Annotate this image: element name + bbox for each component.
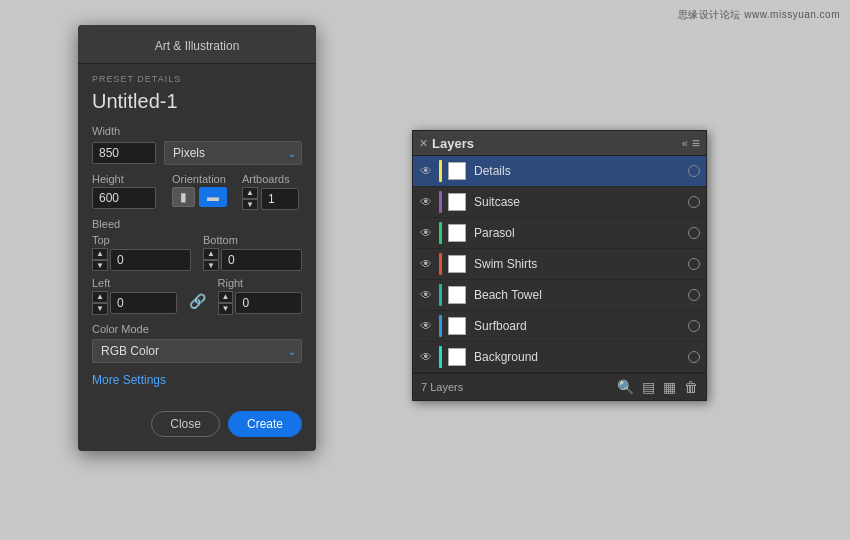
preset-details-label: PRESET DETAILS bbox=[92, 74, 302, 84]
color-mode-label: Color Mode bbox=[92, 323, 302, 335]
right-up[interactable]: ▲ bbox=[218, 291, 234, 303]
right-stepper[interactable]: ▲ ▼ bbox=[218, 291, 234, 314]
layer-target-indicator[interactable] bbox=[688, 320, 700, 332]
layer-name: Details bbox=[474, 164, 682, 178]
layer-name: Suitcase bbox=[474, 195, 682, 209]
right-input[interactable] bbox=[235, 292, 302, 314]
layer-visibility-icon[interactable]: 👁 bbox=[419, 226, 433, 240]
right-down[interactable]: ▼ bbox=[218, 303, 234, 315]
layers-panel: ✕ Layers « ≡ 👁 Details 👁 Suitcase 👁 Para… bbox=[412, 130, 707, 401]
layer-target-indicator[interactable] bbox=[688, 258, 700, 270]
dialog-header-title: Art & Illustration bbox=[155, 39, 240, 53]
layer-visibility-icon[interactable]: 👁 bbox=[419, 195, 433, 209]
search-layers-icon[interactable]: 🔍 bbox=[617, 379, 634, 395]
layer-row[interactable]: 👁 Parasol bbox=[413, 218, 706, 249]
link-bleed-icon[interactable]: 🔗 bbox=[189, 293, 206, 309]
document-name: Untitled-1 bbox=[92, 90, 302, 113]
layers-footer: 7 Layers 🔍 ▤ ▦ 🗑 bbox=[413, 373, 706, 400]
layers-menu-icon[interactable]: ≡ bbox=[692, 135, 700, 151]
layers-list: 👁 Details 👁 Suitcase 👁 Parasol 👁 Swim Sh… bbox=[413, 156, 706, 373]
artboards-stepper[interactable]: ▲ ▼ bbox=[242, 187, 258, 210]
layer-color-bar bbox=[439, 284, 442, 306]
top-stepper[interactable]: ▲ ▼ bbox=[92, 248, 108, 271]
width-input[interactable] bbox=[92, 142, 156, 164]
layer-thumbnail bbox=[448, 348, 466, 366]
color-mode-select[interactable]: RGB Color CMYK Color bbox=[92, 339, 302, 363]
dialog-footer: Close Create bbox=[78, 401, 316, 451]
move-layer-icon[interactable]: ▦ bbox=[663, 379, 676, 395]
layer-color-bar bbox=[439, 346, 442, 368]
orientation-label: Orientation bbox=[172, 173, 232, 185]
layer-row[interactable]: 👁 Beach Towel bbox=[413, 280, 706, 311]
layers-footer-icons: 🔍 ▤ ▦ 🗑 bbox=[617, 379, 698, 395]
top-input[interactable] bbox=[110, 249, 191, 271]
top-down[interactable]: ▼ bbox=[92, 260, 108, 272]
bottom-up[interactable]: ▲ bbox=[203, 248, 219, 260]
height-label: Height bbox=[92, 173, 162, 185]
portrait-button[interactable]: ▮ bbox=[172, 187, 195, 207]
delete-layer-icon[interactable]: 🗑 bbox=[684, 379, 698, 395]
artboards-up[interactable]: ▲ bbox=[242, 187, 258, 199]
layer-visibility-icon[interactable]: 👁 bbox=[419, 319, 433, 333]
layers-titlebar: ✕ Layers « ≡ bbox=[413, 131, 706, 156]
layer-color-bar bbox=[439, 222, 442, 244]
artboards-input[interactable] bbox=[261, 188, 299, 210]
layer-thumbnail bbox=[448, 162, 466, 180]
layer-row[interactable]: 👁 Details bbox=[413, 156, 706, 187]
left-up[interactable]: ▲ bbox=[92, 291, 108, 303]
layer-visibility-icon[interactable]: 👁 bbox=[419, 164, 433, 178]
layer-thumbnail bbox=[448, 255, 466, 273]
layer-row[interactable]: 👁 Background bbox=[413, 342, 706, 373]
bottom-input[interactable] bbox=[221, 249, 302, 271]
layer-thumbnail bbox=[448, 193, 466, 211]
layer-name: Surfboard bbox=[474, 319, 682, 333]
landscape-button[interactable]: ▬ bbox=[199, 187, 227, 207]
bottom-down[interactable]: ▼ bbox=[203, 260, 219, 272]
create-button[interactable]: Create bbox=[228, 411, 302, 437]
layer-row[interactable]: 👁 Swim Shirts bbox=[413, 249, 706, 280]
top-up[interactable]: ▲ bbox=[92, 248, 108, 260]
bleed-label: Bleed bbox=[92, 218, 302, 230]
layer-color-bar bbox=[439, 253, 442, 275]
close-button[interactable]: Close bbox=[151, 411, 220, 437]
layer-name: Beach Towel bbox=[474, 288, 682, 302]
layer-target-indicator[interactable] bbox=[688, 351, 700, 363]
dialog-body: PRESET DETAILS Untitled-1 Width Pixels I… bbox=[78, 64, 316, 401]
bottom-label: Bottom bbox=[203, 234, 302, 246]
layer-color-bar bbox=[439, 315, 442, 337]
artboards-label: Artboards bbox=[242, 173, 302, 185]
layer-name: Swim Shirts bbox=[474, 257, 682, 271]
layer-row[interactable]: 👁 Suitcase bbox=[413, 187, 706, 218]
add-layer-icon[interactable]: ▤ bbox=[642, 379, 655, 395]
artboards-down[interactable]: ▼ bbox=[242, 199, 258, 211]
layer-name: Parasol bbox=[474, 226, 682, 240]
new-document-dialog: Art & Illustration PRESET DETAILS Untitl… bbox=[78, 25, 316, 451]
left-down[interactable]: ▼ bbox=[92, 303, 108, 315]
bottom-stepper[interactable]: ▲ ▼ bbox=[203, 248, 219, 271]
layer-visibility-icon[interactable]: 👁 bbox=[419, 257, 433, 271]
height-input[interactable] bbox=[92, 187, 156, 209]
layers-panel-title: Layers bbox=[428, 136, 682, 151]
left-input[interactable] bbox=[110, 292, 177, 314]
layer-thumbnail bbox=[448, 317, 466, 335]
layer-visibility-icon[interactable]: 👁 bbox=[419, 288, 433, 302]
layers-count: 7 Layers bbox=[421, 381, 617, 393]
layer-target-indicator[interactable] bbox=[688, 227, 700, 239]
layer-thumbnail bbox=[448, 224, 466, 242]
layer-color-bar bbox=[439, 160, 442, 182]
right-label: Right bbox=[218, 277, 303, 289]
left-stepper[interactable]: ▲ ▼ bbox=[92, 291, 108, 314]
left-label: Left bbox=[92, 277, 177, 289]
layer-visibility-icon[interactable]: 👁 bbox=[419, 350, 433, 364]
close-panel-icon[interactable]: ✕ bbox=[419, 137, 428, 150]
layer-target-indicator[interactable] bbox=[688, 196, 700, 208]
layer-row[interactable]: 👁 Surfboard bbox=[413, 311, 706, 342]
layer-target-indicator[interactable] bbox=[688, 165, 700, 177]
width-label: Width bbox=[92, 125, 302, 137]
layer-thumbnail bbox=[448, 286, 466, 304]
layer-target-indicator[interactable] bbox=[688, 289, 700, 301]
collapse-icon[interactable]: « bbox=[682, 137, 688, 149]
units-select[interactable]: Pixels Inches Centimeters bbox=[164, 141, 302, 165]
more-settings-link[interactable]: More Settings bbox=[92, 373, 166, 387]
layer-color-bar bbox=[439, 191, 442, 213]
